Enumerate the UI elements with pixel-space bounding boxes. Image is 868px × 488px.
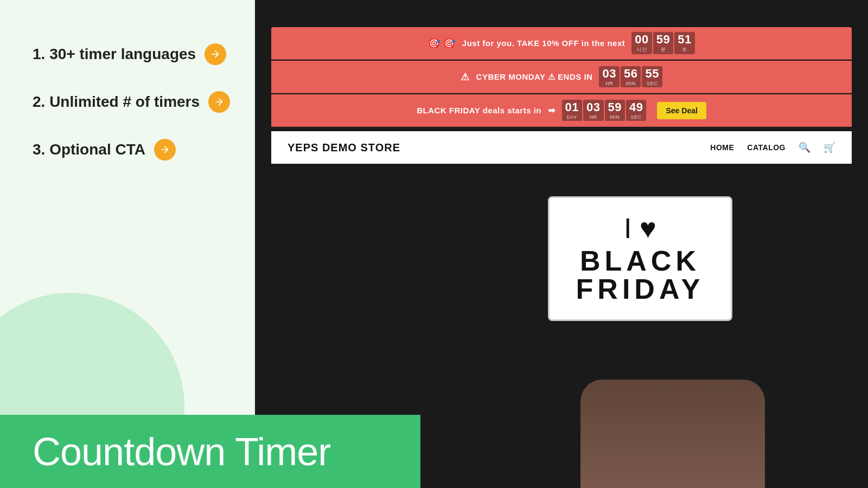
lightbox-line1: I ♥ — [571, 214, 709, 242]
store-logo: YEPS DEMO STORE — [288, 142, 694, 154]
bar1-digit-0: 00 시간 — [631, 32, 652, 54]
feature-text-3: 3. Optional CTA — [33, 141, 145, 158]
bar1-message: Just for you. TAKE 10% OFF in the next — [462, 38, 625, 48]
store-nav: YEPS DEMO STORE HOME CATALOG 🔍 🛒 — [271, 131, 852, 164]
nav-link-home[interactable]: HOME — [710, 143, 734, 152]
bar3-digit-0-num: 01 — [565, 101, 579, 114]
bottom-banner: Countdown Timer — [0, 415, 420, 488]
bar2-digits: 03 HR 56 MIN 55 SEC — [599, 66, 662, 87]
bar1-digit-2: 51 초 — [674, 32, 694, 54]
bar1-digit-1-num: 59 — [656, 33, 670, 46]
bar2-prefix-icon: ⚠ — [461, 71, 470, 83]
lightbox-line2: BLACK — [571, 247, 709, 275]
bar3-digit-1-label: HR — [590, 114, 597, 120]
bar1-digit-2-label: 초 — [682, 46, 687, 53]
bar1-digit-1: 59 분 — [653, 32, 673, 54]
arrow-circle-3[interactable] — [154, 139, 176, 160]
bar3-message: BLACK FRIDAY deals starts in — [417, 106, 541, 115]
hand-decoration — [580, 380, 765, 488]
bar2-digit-2-label: SEC — [647, 81, 658, 86]
bar2-message: CYBER MONDAY ⚠ ENDS IN — [476, 72, 593, 82]
bar2-warning-icon: ⚠ — [548, 72, 556, 81]
timer-bars: 🎯 🎯 Just for you. TAKE 10% OFF in the ne… — [271, 27, 852, 127]
bar3-digit-1: 03 HR — [583, 100, 603, 120]
arrow-right-icon-2 — [214, 97, 225, 107]
lightbox-line3: FRIDAY — [571, 275, 709, 303]
bar3-arrow-icon: ➡ — [548, 105, 556, 115]
bar1-prefix-icon: 🎯 🎯 — [428, 37, 456, 49]
nav-link-catalog[interactable]: CATALOG — [747, 143, 786, 152]
bar2-digit-0-label: HR — [605, 81, 613, 86]
bar3-digit-2-label: MIN — [610, 114, 620, 120]
bar1-digit-2-num: 51 — [678, 33, 691, 46]
search-icon[interactable]: 🔍 — [799, 142, 810, 153]
bar1-digit-1-label: 분 — [661, 46, 666, 53]
timer-bar-1: 🎯 🎯 Just for you. TAKE 10% OFF in the ne… — [271, 27, 852, 60]
bar3-digit-3: 49 SEC — [626, 100, 646, 120]
bar3-digit-1-num: 03 — [586, 101, 600, 114]
heart-symbol: ♥ — [640, 213, 656, 244]
bar2-digit-1-num: 56 — [624, 67, 637, 80]
bar2-digit-2: 55 SEC — [642, 66, 662, 87]
bar3-digit-2: 59 MIN — [605, 100, 625, 120]
timer-bar-2: ⚠ CYBER MONDAY ⚠ ENDS IN 03 HR 56 MIN 55… — [271, 61, 852, 93]
bar1-digit-0-num: 00 — [635, 33, 648, 46]
bar2-digit-0: 03 HR — [599, 66, 619, 87]
feature-text-2: 2. Unlimited # of timers — [33, 93, 200, 111]
arrow-circle-2[interactable] — [208, 91, 230, 113]
bar2-digit-1: 56 MIN — [621, 66, 641, 87]
bar2-digit-0-num: 03 — [602, 67, 616, 80]
bar3-digit-0: 01 DAY — [562, 100, 582, 120]
features-list: 1. 30+ timer languages 2. Unlimited # of… — [33, 43, 255, 160]
bar3-digit-0-label: DAY — [567, 114, 577, 120]
bar2-digit-1-label: MIN — [626, 81, 636, 86]
feature-item-3: 3. Optional CTA — [33, 139, 255, 160]
bar3-digit-3-num: 49 — [629, 101, 643, 114]
cart-icon[interactable]: 🛒 — [824, 142, 835, 153]
arrow-right-icon-3 — [159, 144, 170, 155]
bar3-digit-3-label: SEC — [631, 114, 642, 120]
nav-links: HOME CATALOG 🔍 🛒 — [710, 142, 835, 153]
arrow-right-icon-1 — [210, 49, 221, 60]
bottom-banner-text: Countdown Timer — [33, 429, 330, 474]
lightbox-sign: I ♥ BLACK FRIDAY — [548, 196, 732, 321]
feature-text-1: 1. 30+ timer languages — [33, 46, 196, 63]
feature-item-1: 1. 30+ timer languages — [33, 43, 255, 65]
see-deal-button[interactable]: See Deal — [657, 102, 706, 119]
bar2-digit-2-num: 55 — [645, 67, 659, 80]
bar1-digits: 00 시간 59 분 51 초 — [631, 32, 694, 54]
bar3-digit-2-num: 59 — [608, 101, 622, 114]
feature-item-2: 2. Unlimited # of timers — [33, 91, 255, 113]
bar1-digit-0-label: 시간 — [636, 46, 647, 53]
timer-bar-3: BLACK FRIDAY deals starts in ➡ 01 DAY 03… — [271, 94, 852, 127]
arrow-circle-1[interactable] — [205, 43, 226, 65]
bar3-digits: 01 DAY 03 HR 59 MIN 49 SEC — [562, 100, 647, 120]
